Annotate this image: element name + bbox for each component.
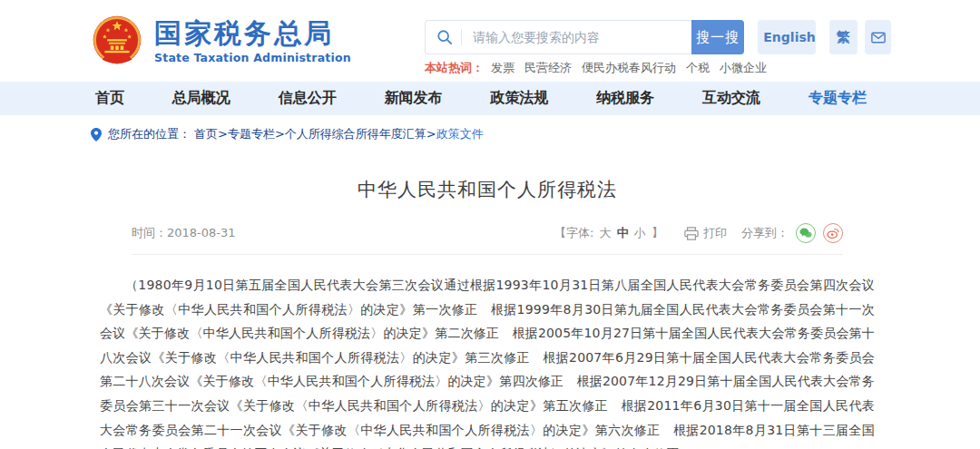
site-name: 国家税务总局 bbox=[154, 18, 351, 48]
article-title: 中华人民共和国个人所得税法 bbox=[132, 177, 843, 202]
search-button[interactable]: 搜一搜 bbox=[691, 20, 744, 54]
language-traditional-button[interactable]: 繁 bbox=[829, 20, 858, 54]
site-name-english: State Taxation Administration bbox=[154, 51, 351, 64]
breadcrumb-path[interactable]: 首页>专题专栏>个人所得综合所得年度汇算> bbox=[194, 126, 436, 142]
main-nav: 首页 总局概况 信息公开 新闻发布 政策法规 纳税服务 互动交流 专题专栏 bbox=[0, 82, 980, 115]
printer-icon bbox=[684, 227, 699, 240]
share-label: 分享到： bbox=[741, 225, 789, 241]
breadcrumb-current[interactable]: 政策文件 bbox=[436, 126, 484, 142]
search-icon bbox=[436, 29, 453, 45]
nav-item-tax-service[interactable]: 纳税服务 bbox=[596, 89, 654, 108]
font-size-large-button[interactable]: 大 bbox=[600, 226, 612, 239]
article-paragraph: （1980年9月10日第五届全国人民代表大会第三次会议通过根据1993年10月3… bbox=[100, 273, 875, 449]
breadcrumb-label: 您所在的位置： bbox=[108, 126, 191, 142]
wechat-share-icon[interactable] bbox=[796, 223, 816, 243]
divider bbox=[461, 29, 462, 45]
site-logo[interactable]: 国家税务总局 State Taxation Administration bbox=[91, 14, 351, 68]
nav-item-overview[interactable]: 总局概况 bbox=[172, 89, 230, 108]
hot-word-link[interactable]: 小微企业 bbox=[720, 60, 767, 76]
breadcrumb: 您所在的位置： 首页>专题专栏>个人所得综合所得年度汇算> 政策文件 bbox=[0, 115, 980, 153]
nav-item-news[interactable]: 新闻发布 bbox=[385, 89, 443, 108]
site-header: 国家税务总局 State Taxation Administration 搜一搜… bbox=[0, 0, 980, 82]
weibo-share-icon[interactable] bbox=[823, 223, 843, 243]
article-body: （1980年9月10日第五届全国人民代表大会第三次会议通过根据1993年10月3… bbox=[100, 273, 875, 449]
article-meta-bar: 时间：2018-08-31 【字体: 大 中 小 】 打印 分享到： bbox=[132, 223, 843, 255]
font-size-medium-button[interactable]: 中 bbox=[617, 226, 629, 239]
mail-button[interactable] bbox=[865, 20, 891, 54]
mail-icon bbox=[871, 32, 886, 44]
nav-item-interaction[interactable]: 互动交流 bbox=[702, 89, 760, 108]
hot-words-label: 本站热词： bbox=[425, 60, 484, 76]
article-card: 中华人民共和国个人所得税法 时间：2018-08-31 【字体: 大 中 小 】… bbox=[91, 153, 884, 449]
hot-word-link[interactable]: 民营经济 bbox=[524, 60, 572, 76]
hot-word-link[interactable]: 个税 bbox=[686, 60, 710, 76]
nav-item-home[interactable]: 首页 bbox=[95, 89, 124, 108]
hot-words-bar: 本站热词： 发票 民营经济 便民办税春风行动 个税 小微企业 bbox=[425, 60, 777, 76]
content-background: 您所在的位置： 首页>专题专栏>个人所得综合所得年度汇算> 政策文件 中华人民共… bbox=[0, 115, 980, 449]
nav-item-info-disclosure[interactable]: 信息公开 bbox=[279, 89, 337, 108]
print-button[interactable]: 打印 bbox=[684, 225, 727, 241]
article-date: 时间：2018-08-31 bbox=[132, 225, 236, 241]
font-size-small-button[interactable]: 小 bbox=[634, 226, 646, 239]
hot-word-link[interactable]: 便民办税春风行动 bbox=[582, 60, 676, 76]
font-size-control: 【字体: 大 中 小 】 bbox=[554, 225, 664, 241]
nav-item-special-topics[interactable]: 专题专栏 bbox=[808, 89, 867, 108]
nav-item-policy[interactable]: 政策法规 bbox=[490, 89, 548, 108]
national-emblem-icon bbox=[91, 14, 143, 68]
hot-word-link[interactable]: 发票 bbox=[491, 60, 514, 76]
location-pin-icon bbox=[91, 128, 102, 142]
search-input[interactable] bbox=[471, 29, 691, 45]
search-box bbox=[425, 20, 691, 54]
language-english-button[interactable]: English bbox=[758, 20, 816, 54]
